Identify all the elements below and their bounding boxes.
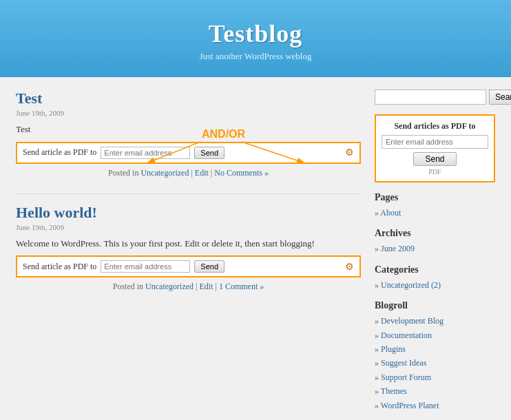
post-1-title[interactable]: Test — [16, 90, 361, 107]
category-uncategorized-link[interactable]: Uncategorized (2) — [381, 280, 441, 290]
post-1-comments-link[interactable]: No Comments » — [214, 168, 269, 178]
blogroll-themes-link[interactable]: Themes — [381, 386, 407, 396]
post-1-edit-link[interactable]: Edit — [195, 168, 209, 178]
sidebar-pdf-label: PDF — [382, 168, 488, 176]
post-2-title[interactable]: Hello world! — [16, 204, 361, 222]
post-1-excerpt: Test — [16, 123, 361, 136]
archive-june-2009-link[interactable]: June 2009 — [381, 244, 415, 253]
site-tagline: Just another WordPress weblog — [14, 51, 497, 62]
list-item: Uncategorized (2) — [375, 278, 495, 292]
post-1-date: June 19th, 2009 — [16, 109, 361, 117]
list-item: Themes — [375, 384, 495, 398]
post-2: Hello world! June 19th, 2009 Welcome to … — [16, 204, 361, 293]
list-item: Development Blog — [375, 314, 495, 328]
blogroll-plugins-link[interactable]: Plugins — [381, 344, 406, 354]
search-input[interactable] — [375, 90, 486, 105]
post-1-category-link[interactable]: Uncategorized — [140, 168, 189, 178]
sidebar-pdf-title: Send articles as PDF to — [382, 121, 488, 132]
blogroll-list: Development Blog Documentation Plugins S… — [375, 314, 495, 412]
pdf-label-2: Send article as PDF to — [23, 262, 96, 272]
post-2-pdf-widget: Send article as PDF to Send ⚙ — [16, 255, 361, 277]
pdf-settings-icon-2[interactable]: ⚙ — [345, 261, 354, 273]
page-about-link[interactable]: About — [380, 208, 401, 218]
pdf-email-input-2[interactable] — [101, 260, 190, 273]
sidebar: Search Send articles as PDF to Send PDF … — [375, 90, 495, 420]
blogroll-suggest-link[interactable]: Suggest Ideas — [381, 358, 426, 368]
list-item: Plugins — [375, 342, 495, 356]
blogroll-heading: Blogroll — [375, 300, 495, 311]
post-1-pdf-widget: Send article as PDF to Send ⚙ — [16, 142, 361, 164]
blogroll-devblog-link[interactable]: Development Blog — [381, 316, 444, 326]
pdf-email-input-1[interactable] — [101, 147, 190, 159]
list-item: About — [375, 206, 495, 220]
pages-list: About — [375, 206, 495, 220]
sidebar-categories: Categories Uncategorized (2) — [375, 264, 495, 292]
sidebar-search: Search — [375, 90, 495, 105]
post-1: Test June 19th, 2009 Test Send article a… — [16, 90, 361, 178]
archives-list: June 2009 — [375, 242, 495, 255]
blogroll-wpplanet-link[interactable]: WordPress Planet — [381, 401, 439, 410]
pdf-send-button-1[interactable]: Send — [194, 147, 225, 159]
archives-heading: Archives — [375, 228, 495, 239]
main-content: AND/OR Test June 19th, 2009 Test Sen — [16, 90, 361, 420]
sidebar-pdf-send[interactable]: Send — [413, 152, 456, 166]
post-2-date: June 19th, 2009 — [16, 223, 361, 231]
pdf-settings-icon-1[interactable]: ⚙ — [345, 147, 354, 158]
blogroll-docs-link[interactable]: Documentation — [381, 330, 432, 340]
post-1-footer: Posted in Uncategorized | Edit | No Comm… — [16, 168, 361, 178]
categories-list: Uncategorized (2) — [375, 278, 495, 292]
pdf-label-1: Send article as PDF to — [23, 147, 96, 158]
list-item: Documentation — [375, 328, 495, 342]
post-2-category-link[interactable]: Uncategorized — [145, 282, 194, 291]
pages-heading: Pages — [375, 192, 495, 203]
list-item: WordPress Planet — [375, 399, 495, 412]
sidebar-pdf-widget: Send articles as PDF to Send PDF — [375, 114, 495, 182]
list-item: Support Forum — [375, 370, 495, 384]
pdf-send-button-2[interactable]: Send — [194, 260, 225, 273]
site-title: Testblog — [14, 19, 497, 48]
sidebar-pages: Pages About — [375, 192, 495, 220]
post-2-edit-link[interactable]: Edit — [199, 282, 213, 291]
annotation-wrapper: AND/OR Test June 19th, 2009 Test Sen — [16, 90, 361, 178]
blogroll-support-link[interactable]: Support Forum — [381, 372, 431, 382]
list-item: June 2009 — [375, 242, 495, 255]
page-container: AND/OR Test June 19th, 2009 Test Sen — [8, 90, 503, 420]
sidebar-pdf-email[interactable] — [382, 135, 488, 149]
post-2-comments-link[interactable]: 1 Comment » — [219, 282, 264, 291]
categories-heading: Categories — [375, 264, 495, 275]
sidebar-archives: Archives June 2009 — [375, 228, 495, 255]
post-2-footer: Posted in Uncategorized | Edit | 1 Comme… — [16, 282, 361, 292]
search-button[interactable]: Search — [489, 90, 511, 105]
post-divider — [16, 193, 361, 194]
list-item: Suggest Ideas — [375, 356, 495, 370]
site-header: Testblog Just another WordPress weblog — [0, 0, 511, 77]
sidebar-blogroll: Blogroll Development Blog Documentation … — [375, 300, 495, 412]
post-2-excerpt: Welcome to WordPress. This is your first… — [16, 237, 361, 251]
